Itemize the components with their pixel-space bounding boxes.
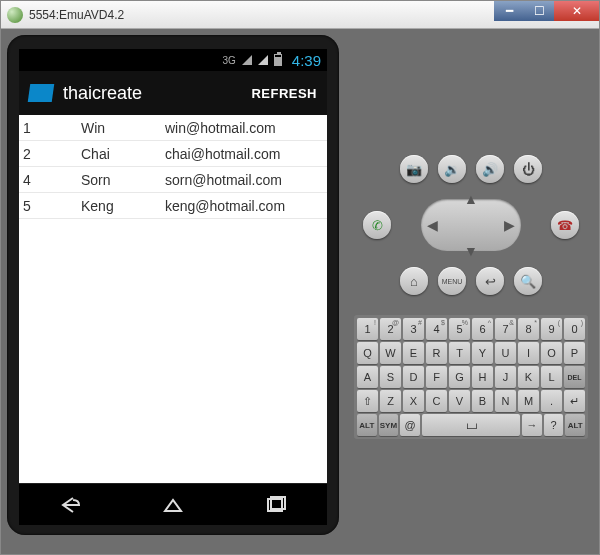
window-minimize-button[interactable]: ━ [494,1,524,21]
end-call-button[interactable]: ☎ [551,211,579,239]
key-q[interactable]: Q [357,342,378,364]
key-v[interactable]: V [449,390,470,412]
row-name: Sorn [81,172,165,188]
key-@[interactable]: @ [400,414,420,436]
dpad-down-icon[interactable]: ▼ [464,243,478,259]
battery-icon [274,54,282,66]
emulator-hardware-controls: 📷 🔉 🔊 ⏻ ✆ ▲ ▼ ◀ ▶ ☎ [363,155,579,295]
list-item[interactable]: 4 Sorn sorn@hotmail.com [19,167,327,193]
camera-button[interactable]: 📷 [400,155,428,183]
key-?[interactable]: ? [544,414,564,436]
key-sym[interactable]: SYM [379,414,399,436]
dpad-right-icon[interactable]: ▶ [504,217,515,233]
recent-apps-icon[interactable] [265,496,287,514]
key-u[interactable]: U [495,342,516,364]
app-logo-icon [28,84,55,102]
key-⇧[interactable]: ⇧ [357,390,378,412]
list-item[interactable]: 2 Chai chai@hotmail.com [19,141,327,167]
key-f[interactable]: F [426,366,447,388]
power-button[interactable]: ⏻ [514,155,542,183]
key-→[interactable]: → [522,414,542,436]
row-name: Chai [81,146,165,162]
volume-up-button[interactable]: 🔊 [476,155,504,183]
volume-down-button[interactable]: 🔉 [438,155,466,183]
status-clock: 4:39 [292,52,321,69]
row-email: chai@hotmail.com [165,146,327,162]
list-item[interactable]: 5 Keng keng@hotmail.com [19,193,327,219]
window-titlebar: 5554:EmuAVD4.2 ━ ☐ ✕ [1,1,599,29]
row-id: 4 [19,172,81,188]
key-x[interactable]: X [403,390,424,412]
key-g[interactable]: G [449,366,470,388]
key-r[interactable]: R [426,342,447,364]
key-2[interactable]: 2@ [380,318,401,340]
key-5[interactable]: 5% [449,318,470,340]
key-0[interactable]: 0) [564,318,585,340]
refresh-button[interactable]: REFRESH [251,86,317,101]
call-button[interactable]: ✆ [363,211,391,239]
key-9[interactable]: 9( [541,318,562,340]
key-j[interactable]: J [495,366,516,388]
key-w[interactable]: W [380,342,401,364]
window-title: 5554:EmuAVD4.2 [29,8,124,22]
home-icon[interactable] [162,496,184,514]
key-b[interactable]: B [472,390,493,412]
key-.[interactable]: . [541,390,562,412]
row-id: 1 [19,120,81,136]
row-email: keng@hotmail.com [165,198,327,214]
key-3[interactable]: 3# [403,318,424,340]
android-emulator-icon [7,7,23,23]
row-email: sorn@hotmail.com [165,172,327,188]
window-close-button[interactable]: ✕ [554,1,599,21]
key-alt[interactable]: ALT [565,414,585,436]
key-↵[interactable]: ↵ [564,390,585,412]
key-m[interactable]: M [518,390,539,412]
signal-icon [242,55,252,65]
key-4[interactable]: 4$ [426,318,447,340]
key-i[interactable]: I [518,342,539,364]
back-icon[interactable] [59,496,81,514]
home-button[interactable]: ⌂ [400,267,428,295]
row-id: 2 [19,146,81,162]
key-o[interactable]: O [541,342,562,364]
key-p[interactable]: P [564,342,585,364]
app-title: thaicreate [63,83,241,104]
key-c[interactable]: C [426,390,447,412]
key-s[interactable]: S [380,366,401,388]
key-k[interactable]: K [518,366,539,388]
wifi-icon [258,55,268,65]
key-a[interactable]: A [357,366,378,388]
key-1[interactable]: 1! [357,318,378,340]
key-d[interactable]: D [403,366,424,388]
android-nav-bar [19,483,327,525]
key-z[interactable]: Z [380,390,401,412]
row-id: 5 [19,198,81,214]
key-del[interactable]: DEL [564,366,585,388]
menu-button[interactable]: MENU [438,267,466,295]
key-y[interactable]: Y [472,342,493,364]
key-h[interactable]: H [472,366,493,388]
back-button[interactable]: ↩ [476,267,504,295]
key-t[interactable]: T [449,342,470,364]
key-e[interactable]: E [403,342,424,364]
dpad-up-icon[interactable]: ▲ [464,191,478,207]
key-7[interactable]: 7& [495,318,516,340]
search-button[interactable]: 🔍 [514,267,542,295]
emulator-keyboard: 1!2@3#4$5%6^7&8*9(0) QWERTYUIOP ASDFGHJK… [354,315,588,439]
dpad-left-icon[interactable]: ◀ [427,217,438,233]
key-8[interactable]: 8* [518,318,539,340]
window-maximize-button[interactable]: ☐ [524,1,554,21]
row-email: win@hotmail.com [165,120,327,136]
app-action-bar: thaicreate REFRESH [19,71,327,115]
list-item[interactable]: 1 Win win@hotmail.com [19,115,327,141]
key-␣[interactable]: ⌴ [422,414,520,436]
key-n[interactable]: N [495,390,516,412]
key-alt[interactable]: ALT [357,414,377,436]
dpad[interactable]: ▲ ▼ ◀ ▶ [401,189,541,261]
row-name: Win [81,120,165,136]
emulator-device-frame: 3G 4:39 thaicreate REFRESH 1 Win win@hot… [7,35,339,535]
key-l[interactable]: L [541,366,562,388]
key-6[interactable]: 6^ [472,318,493,340]
data-list: 1 Win win@hotmail.com 2 Chai chai@hotmai… [19,115,327,483]
row-name: Keng [81,198,165,214]
